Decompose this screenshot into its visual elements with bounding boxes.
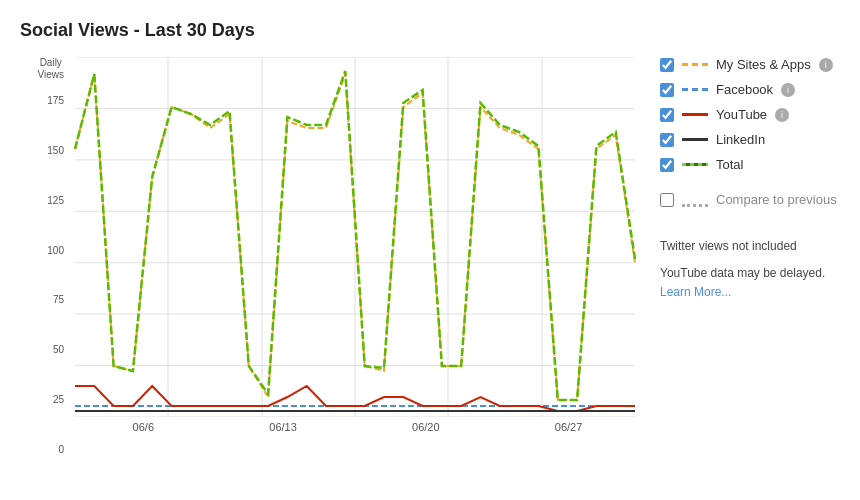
legend-item-facebook: Facebook i — [660, 82, 840, 97]
y-tick-150: 150 — [47, 145, 64, 156]
compare-label: Compare to previous — [716, 192, 837, 207]
y-tick-175: 175 — [47, 95, 64, 106]
info-icon-youtube[interactable]: i — [775, 108, 789, 122]
y-tick-50: 50 — [47, 344, 64, 355]
chart-svg-container: 06/6 06/13 06/20 06/27 — [70, 57, 640, 480]
compare-icon — [682, 193, 708, 207]
x-label-06-20: 06/20 — [412, 421, 440, 433]
x-label-06-27: 06/27 — [555, 421, 583, 433]
compare-section: Compare to previous — [660, 192, 840, 207]
legend-icon-my-sites — [682, 58, 708, 72]
legend-item-my-sites: My Sites & Apps i — [660, 57, 840, 72]
y-ticks: 175 150 125 100 75 50 25 0 — [47, 95, 64, 455]
legend-label-youtube: YouTube — [716, 107, 767, 122]
main-container: Social Views - Last 30 Days DailyViews 1… — [0, 0, 860, 500]
x-labels: 06/6 06/13 06/20 06/27 — [70, 421, 640, 433]
twitter-note: Twitter views not included — [660, 237, 840, 256]
legend-label-total: Total — [716, 157, 743, 172]
youtube-note-text: YouTube data may be delayed. — [660, 266, 825, 280]
daily-label: DailyViews — [38, 57, 65, 81]
legend-checkbox-linkedin[interactable] — [660, 133, 674, 147]
y-tick-25: 25 — [47, 394, 64, 405]
legend-icon-total — [682, 158, 708, 172]
legend-icon-linkedin — [682, 133, 708, 147]
y-tick-75: 75 — [47, 294, 64, 305]
chart-area: DailyViews 175 150 125 100 75 50 25 0 — [20, 57, 840, 480]
info-icon-facebook[interactable]: i — [781, 83, 795, 97]
y-tick-125: 125 — [47, 195, 64, 206]
y-tick-100: 100 — [47, 245, 64, 256]
learn-more-link[interactable]: Learn More... — [660, 285, 731, 299]
legend-checkbox-facebook[interactable] — [660, 83, 674, 97]
legend-icon-youtube — [682, 108, 708, 122]
legend-checkbox-my-sites[interactable] — [660, 58, 674, 72]
legend-item-youtube: YouTube i — [660, 107, 840, 122]
x-label-06-13: 06/13 — [269, 421, 297, 433]
y-tick-0: 0 — [47, 444, 64, 455]
chart-svg — [70, 57, 640, 417]
y-axis-label: DailyViews 175 150 125 100 75 50 25 0 — [20, 57, 70, 480]
notes: Twitter views not included YouTube data … — [660, 237, 840, 303]
legend-item-linkedin: LinkedIn — [660, 132, 840, 147]
x-label-06-6: 06/6 — [133, 421, 154, 433]
info-icon-my-sites[interactable]: i — [819, 58, 833, 72]
legend-checkbox-total[interactable] — [660, 158, 674, 172]
legend-checkbox-youtube[interactable] — [660, 108, 674, 122]
legend: My Sites & Apps i Facebook i YouTube i — [640, 57, 840, 480]
legend-item-total: Total — [660, 157, 840, 172]
legend-label-my-sites: My Sites & Apps — [716, 57, 811, 72]
legend-icon-facebook — [682, 83, 708, 97]
chart-wrapper: DailyViews 175 150 125 100 75 50 25 0 — [20, 57, 640, 480]
page-title: Social Views - Last 30 Days — [20, 20, 840, 41]
legend-label-linkedin: LinkedIn — [716, 132, 765, 147]
legend-label-facebook: Facebook — [716, 82, 773, 97]
youtube-note: YouTube data may be delayed. Learn More.… — [660, 264, 840, 302]
compare-checkbox[interactable] — [660, 193, 674, 207]
